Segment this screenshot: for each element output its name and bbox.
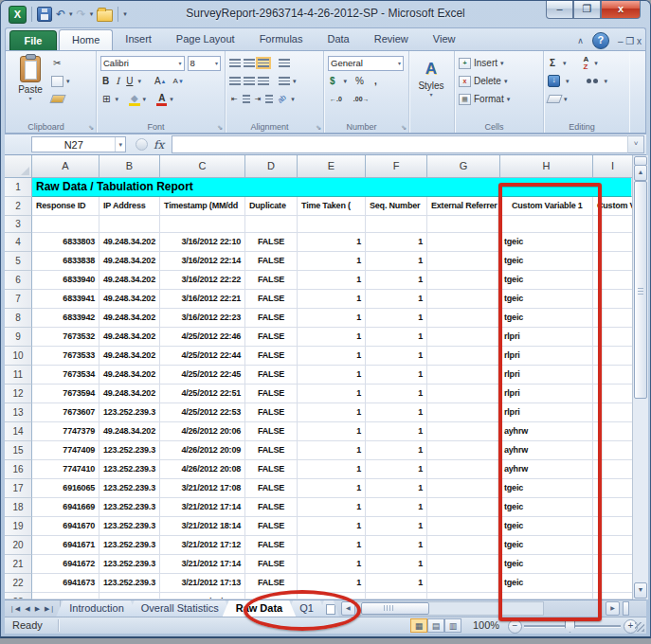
cell-custom-variable-1[interactable]: ayhrw <box>500 460 593 479</box>
cell-time-taken[interactable]: 1 <box>298 347 366 366</box>
cell-seq-number[interactable]: 1 <box>366 385 427 403</box>
cell-response-id[interactable]: 6941672 <box>32 555 99 574</box>
vertical-scrollbar[interactable]: ▲ ▼ <box>632 155 648 599</box>
cell-external-referrer[interactable] <box>427 498 500 517</box>
cell-time-taken[interactable]: 1 <box>298 366 366 385</box>
page-break-view-icon[interactable]: ▥ <box>444 618 461 633</box>
wrap-text-icon[interactable] <box>279 59 290 67</box>
align-right-icon[interactable] <box>258 77 269 85</box>
scroll-up-icon[interactable]: ▲ <box>634 165 647 181</box>
find-select-icon[interactable] <box>587 79 591 83</box>
cell-ip-address[interactable]: 123.252.239.3 <box>99 498 160 517</box>
cell-duplicate[interactable]: FALSE <box>245 385 298 403</box>
header-custom-variable-1[interactable]: Custom Variable 1 <box>500 197 593 216</box>
sort-filter-icon[interactable]: AZ <box>584 56 589 71</box>
cell-external-referrer[interactable] <box>427 233 500 252</box>
comma-style-icon[interactable]: , <box>372 76 379 86</box>
resize-grip[interactable] <box>635 622 644 632</box>
cell-timestamp[interactable]: 3/21/2012 17:14 <box>160 555 245 574</box>
cell-duplicate[interactable]: FALSE <box>245 347 298 366</box>
cell-custom-variable-2[interactable] <box>593 290 632 309</box>
cell-duplicate[interactable]: FALSE <box>245 441 298 460</box>
cell-ip-address[interactable]: 49.248.34.202 <box>99 252 160 271</box>
cell-response-id[interactable]: 6941673 <box>32 574 99 593</box>
row-number[interactable]: 21 <box>5 555 32 574</box>
cell-custom-variable-1[interactable]: tgeic <box>500 233 593 252</box>
cell-time-taken[interactable]: 1 <box>298 385 366 403</box>
clear-icon[interactable] <box>546 95 562 103</box>
cell-timestamp[interactable]: 3/21/2012 17:12 <box>160 536 245 555</box>
cell-custom-variable-1[interactable]: ayhrw <box>500 441 593 460</box>
cell-duplicate[interactable]: FALSE <box>245 422 298 441</box>
align-center-icon[interactable] <box>244 77 255 85</box>
cell-external-referrer[interactable] <box>427 536 500 555</box>
vertical-scroll-thumb[interactable] <box>634 181 647 399</box>
row-number[interactable]: 18 <box>5 498 32 517</box>
cell-response-id[interactable]: 7673607 <box>32 403 99 422</box>
cell-duplicate[interactable]: FALSE <box>245 460 298 479</box>
tab-review[interactable]: Review <box>362 28 421 51</box>
cell-time-taken[interactable]: 1 <box>298 271 366 290</box>
cell-response-id[interactable]: 7673534 <box>32 366 99 385</box>
tab-formulas[interactable]: Formulas <box>247 28 316 51</box>
name-box[interactable]: N27 ▾ <box>31 136 126 152</box>
header-response-id[interactable]: Response ID <box>32 197 99 216</box>
cell-seq-number[interactable]: 1 <box>366 555 427 574</box>
cell-duplicate[interactable]: FALSE <box>245 366 298 385</box>
tab-data[interactable]: Data <box>315 28 361 51</box>
tab-home[interactable]: Home <box>59 29 113 51</box>
increase-indent-icon[interactable]: ⇥ <box>253 95 263 103</box>
header-duplicate[interactable]: Duplicate <box>245 197 298 216</box>
horizontal-scroll-thumb[interactable] <box>361 602 429 615</box>
minimize-button[interactable]: – <box>546 1 573 19</box>
cell-custom-variable-2[interactable] <box>593 555 632 574</box>
cell-external-referrer[interactable] <box>427 385 500 403</box>
help-icon[interactable]: ? <box>592 32 609 49</box>
accounting-format-icon[interactable]: $ <box>328 76 337 86</box>
clipboard-dialog-launcher-icon[interactable]: ⇘ <box>88 124 94 132</box>
cell-seq-number[interactable]: 1 <box>366 460 427 479</box>
last-sheet-icon[interactable]: ▶❘ <box>43 605 57 613</box>
tab-page-layout[interactable]: Page Layout <box>164 28 247 51</box>
cell-ip-address[interactable]: 123.252.239.3 <box>99 479 160 498</box>
row-number[interactable]: 3 <box>5 216 32 233</box>
row-number[interactable]: 2 <box>5 197 32 216</box>
cell-ip-address[interactable]: 123.252.239.3 <box>99 441 160 460</box>
sheet-tab-raw-data[interactable]: Raw Data <box>223 600 297 617</box>
tab-split-handle[interactable] <box>623 601 629 616</box>
cell-response-id[interactable] <box>32 593 99 599</box>
cell-time-taken[interactable]: 1 <box>298 309 366 328</box>
cell-custom-variable-2[interactable] <box>593 517 632 536</box>
cell-seq-number[interactable]: 1 <box>366 536 427 555</box>
cell-custom-variable-1[interactable] <box>500 593 593 599</box>
cell-time-taken[interactable]: 1 <box>298 460 366 479</box>
cell-external-referrer[interactable] <box>427 517 500 536</box>
cell-duplicate[interactable]: FALSE <box>245 252 298 271</box>
cell-timestamp[interactable]: 3/16/2012 22:22 <box>160 271 245 290</box>
cell-timestamp[interactable]: 4/25/2012 22:51 <box>160 385 245 403</box>
cell-custom-variable-2[interactable] <box>593 536 632 555</box>
cell-external-referrer[interactable] <box>427 555 500 574</box>
cell-custom-variable-1[interactable]: rlpri <box>500 403 593 422</box>
tab-view[interactable]: View <box>421 28 468 51</box>
cell-seq-number[interactable]: 1 <box>366 233 427 252</box>
cell-external-referrer[interactable] <box>427 328 500 347</box>
scroll-left-icon[interactable]: ◀ <box>341 601 355 616</box>
cell-response-id[interactable]: 6941669 <box>32 498 99 517</box>
cell-seq-number[interactable]: 1 <box>366 252 427 271</box>
restore-button[interactable]: ❐ <box>573 1 601 19</box>
cell-time-taken[interactable] <box>298 593 366 599</box>
row-number[interactable]: 13 <box>5 403 32 422</box>
cell-response-id[interactable]: 7673594 <box>32 385 99 403</box>
cell-response-id[interactable]: 6941670 <box>32 517 99 536</box>
cell-seq-number[interactable]: 1 <box>366 290 427 309</box>
cell-custom-variable-1[interactable]: rlpri <box>500 328 593 347</box>
row-number[interactable]: 14 <box>5 422 32 441</box>
column-header-i[interactable]: I <box>593 155 632 178</box>
cell-ip-address[interactable]: 49.248.34.202 <box>99 385 160 403</box>
cell-response-id[interactable]: 6833803 <box>32 233 99 252</box>
cell-response-id[interactable]: 7747409 <box>32 441 99 460</box>
bold-button[interactable]: B <box>100 76 111 86</box>
cell-timestamp[interactable]: 3/21/2012 17:14 <box>160 498 245 517</box>
row-number[interactable]: 15 <box>5 441 32 460</box>
